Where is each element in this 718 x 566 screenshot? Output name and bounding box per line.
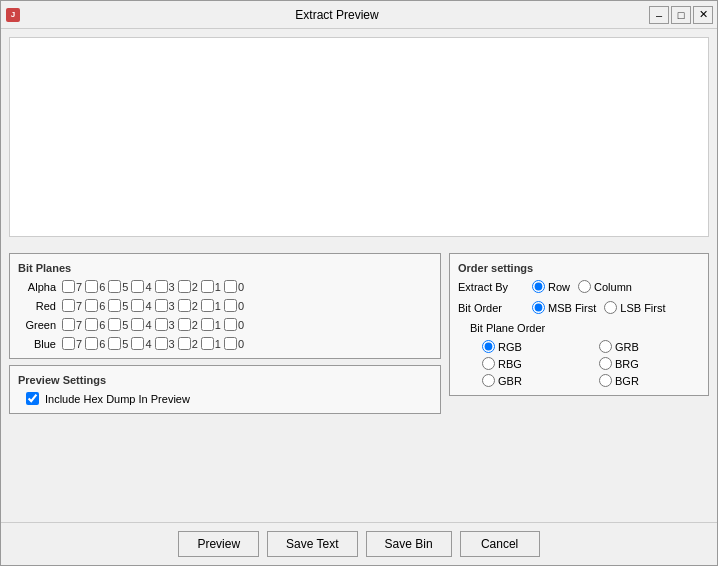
lsb-first-radio[interactable]: [604, 301, 617, 314]
green-checkboxes: 7 6 5 4 3 2 1 0: [62, 318, 246, 331]
extract-by-row: Extract By Row Column: [458, 280, 700, 293]
blue-bit-5: 5: [108, 337, 128, 350]
blue-bit-1: 1: [201, 337, 221, 350]
red-bit-3-checkbox[interactable]: [155, 299, 168, 312]
alpha-bit-4: 4: [131, 280, 151, 293]
alpha-bit-4-checkbox[interactable]: [131, 280, 144, 293]
order-settings-title: Order settings: [458, 262, 700, 274]
bit-plane-order-title: Bit Plane Order: [470, 322, 700, 334]
blue-bit-2: 2: [178, 337, 198, 350]
extract-by-column-radio[interactable]: [578, 280, 591, 293]
green-bit-7-checkbox[interactable]: [62, 318, 75, 331]
bgr-option: BGR: [599, 374, 700, 387]
green-bit-0: 0: [224, 318, 244, 331]
blue-bit-6: 6: [85, 337, 105, 350]
green-bit-row: Green 7 6 5 4 3 2 1 0: [18, 318, 432, 331]
blue-bit-2-checkbox[interactable]: [178, 337, 191, 350]
blue-label: Blue: [18, 338, 56, 350]
green-bit-3-checkbox[interactable]: [155, 318, 168, 331]
preview-settings-title: Preview Settings: [18, 374, 432, 386]
alpha-label: Alpha: [18, 281, 56, 293]
grb-option: GRB: [599, 340, 700, 353]
save-bin-button[interactable]: Save Bin: [366, 531, 452, 557]
minimize-button[interactable]: –: [649, 6, 669, 24]
rbg-radio[interactable]: [482, 357, 495, 370]
app-icon: J: [5, 7, 21, 23]
green-bit-3: 3: [155, 318, 175, 331]
blue-bit-5-checkbox[interactable]: [108, 337, 121, 350]
green-bit-6-checkbox[interactable]: [85, 318, 98, 331]
red-bit-0-checkbox[interactable]: [224, 299, 237, 312]
green-bit-6: 6: [85, 318, 105, 331]
red-bit-4: 4: [131, 299, 151, 312]
blue-bit-row: Blue 7 6 5 4 3 2 1 0: [18, 337, 432, 350]
hex-dump-label: Include Hex Dump In Preview: [45, 393, 190, 405]
green-bit-0-checkbox[interactable]: [224, 318, 237, 331]
red-bit-0: 0: [224, 299, 244, 312]
blue-bit-6-checkbox[interactable]: [85, 337, 98, 350]
alpha-bit-6: 6: [85, 280, 105, 293]
brg-radio[interactable]: [599, 357, 612, 370]
save-text-button[interactable]: Save Text: [267, 531, 357, 557]
preview-button[interactable]: Preview: [178, 531, 259, 557]
right-panel: Order settings Extract By Row Column: [449, 253, 709, 514]
green-bit-4-checkbox[interactable]: [131, 318, 144, 331]
red-bit-5-checkbox[interactable]: [108, 299, 121, 312]
blue-bit-4-checkbox[interactable]: [131, 337, 144, 350]
blue-bit-1-checkbox[interactable]: [201, 337, 214, 350]
rbg-option: RBG: [482, 357, 583, 370]
alpha-bit-3-checkbox[interactable]: [155, 280, 168, 293]
bit-plane-order-section: Bit Plane Order RGB GRB RBG: [458, 322, 700, 387]
hex-dump-checkbox[interactable]: [26, 392, 39, 405]
extract-by-row-option: Row: [532, 280, 570, 293]
gbr-radio[interactable]: [482, 374, 495, 387]
window-controls: – □ ✕: [649, 6, 713, 24]
bottom-content: Bit Planes Alpha 7 6 5 4 3 2 1 0: [1, 245, 717, 522]
alpha-bit-7: 7: [62, 280, 82, 293]
red-bit-7-checkbox[interactable]: [62, 299, 75, 312]
alpha-bit-7-checkbox[interactable]: [62, 280, 75, 293]
grb-radio[interactable]: [599, 340, 612, 353]
preview-settings-box: Preview Settings Include Hex Dump In Pre…: [9, 365, 441, 414]
extract-by-row-radio[interactable]: [532, 280, 545, 293]
extract-by-label: Extract By: [458, 281, 528, 293]
alpha-bit-6-checkbox[interactable]: [85, 280, 98, 293]
maximize-button[interactable]: □: [671, 6, 691, 24]
alpha-checkboxes: 7 6 5 4 3 2 1 0: [62, 280, 246, 293]
rgb-radio[interactable]: [482, 340, 495, 353]
bit-order-options: MSB First LSB First: [532, 301, 666, 314]
blue-bit-3-checkbox[interactable]: [155, 337, 168, 350]
close-button[interactable]: ✕: [693, 6, 713, 24]
red-bit-5: 5: [108, 299, 128, 312]
alpha-bit-1-checkbox[interactable]: [201, 280, 214, 293]
blue-bit-7-checkbox[interactable]: [62, 337, 75, 350]
title-bar: J Extract Preview – □ ✕: [1, 1, 717, 29]
green-bit-5-checkbox[interactable]: [108, 318, 121, 331]
blue-checkboxes: 7 6 5 4 3 2 1 0: [62, 337, 246, 350]
alpha-bit-5-checkbox[interactable]: [108, 280, 121, 293]
green-bit-1-checkbox[interactable]: [201, 318, 214, 331]
alpha-bit-2-checkbox[interactable]: [178, 280, 191, 293]
blue-bit-0-checkbox[interactable]: [224, 337, 237, 350]
red-bit-2-checkbox[interactable]: [178, 299, 191, 312]
cancel-button[interactable]: Cancel: [460, 531, 540, 557]
msb-first-option: MSB First: [532, 301, 596, 314]
green-bit-2-checkbox[interactable]: [178, 318, 191, 331]
red-label: Red: [18, 300, 56, 312]
msb-first-radio[interactable]: [532, 301, 545, 314]
bgr-radio[interactable]: [599, 374, 612, 387]
alpha-bit-0-checkbox[interactable]: [224, 280, 237, 293]
alpha-bit-1: 1: [201, 280, 221, 293]
hex-dump-row: Include Hex Dump In Preview: [18, 392, 432, 405]
bit-planes-title: Bit Planes: [18, 262, 432, 274]
red-bit-6-checkbox[interactable]: [85, 299, 98, 312]
window-title: Extract Preview: [25, 8, 649, 22]
bit-order-row: Bit Order MSB First LSB First: [458, 301, 700, 314]
gbr-option: GBR: [482, 374, 583, 387]
green-bit-7: 7: [62, 318, 82, 331]
main-window: J Extract Preview – □ ✕ Bit Planes Alpha…: [0, 0, 718, 566]
red-bit-1: 1: [201, 299, 221, 312]
order-settings-box: Order settings Extract By Row Column: [449, 253, 709, 396]
red-bit-1-checkbox[interactable]: [201, 299, 214, 312]
red-bit-4-checkbox[interactable]: [131, 299, 144, 312]
